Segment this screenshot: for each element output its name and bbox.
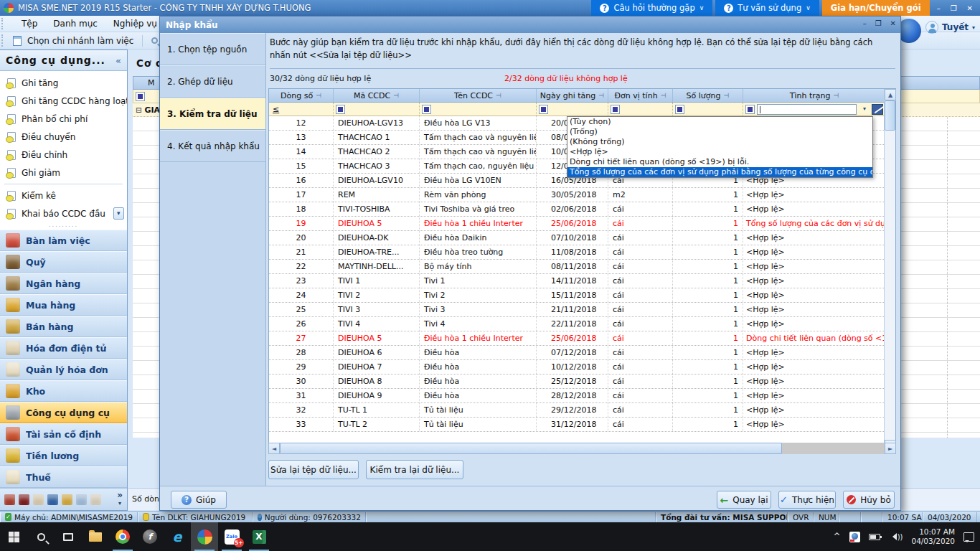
scrollbar-thumb[interactable] <box>885 100 895 131</box>
splitter-handle[interactable]: ......... <box>0 222 127 228</box>
taskbar-search-button[interactable] <box>27 522 55 551</box>
pin-icon[interactable]: ⊣ <box>833 92 839 99</box>
wizard-step[interactable]: 2. Ghép dữ liệu <box>160 65 265 98</box>
sidebar-action-item[interactable]: Ghi tăng <box>0 74 127 92</box>
module-button[interactable]: Bán hàng <box>0 316 127 337</box>
menu-tep[interactable]: Tệp <box>22 19 37 29</box>
internet-explorer-button[interactable]: e <box>164 522 191 551</box>
restore-button[interactable]: ❐ <box>951 4 957 12</box>
module-button[interactable]: Kho <box>0 380 127 402</box>
filter-checkbox-icon[interactable] <box>422 105 431 114</box>
filter-checkbox-icon[interactable] <box>675 105 684 114</box>
pin-icon[interactable]: ⊣ <box>661 92 666 99</box>
pin-icon[interactable]: ⊣ <box>598 92 604 99</box>
column-header-name[interactable]: Tên CCDC⊣ <box>420 89 537 102</box>
table-row[interactable]: 23 TIVI 1 Tivi 1 14/11/2018 cái 1 <Hợp l… <box>269 274 895 288</box>
module-button[interactable]: Ngân hàng <box>0 273 127 294</box>
scroll-up-button[interactable]: ▲ <box>885 89 896 100</box>
filter-cell-name[interactable] <box>420 103 537 116</box>
more-modules-button[interactable]: »▾ <box>117 491 123 507</box>
table-row[interactable]: 21 DIEUHOA-TRE... Điều hòa treo tường 11… <box>269 245 895 260</box>
filter-funnel-icon[interactable] <box>872 104 883 115</box>
module-button[interactable]: Hóa đơn điện tử <box>0 337 127 359</box>
battery-icon[interactable] <box>869 534 880 540</box>
module-button[interactable]: Công cụ dụng cụ <box>0 402 127 423</box>
table-row[interactable]: 31 DIEUHOA 9 Điều hòa 28/12/2018 cái 1 <… <box>269 389 895 403</box>
filter-cell-status[interactable]: ▾ <box>743 103 885 116</box>
column-header-line-number[interactable]: Dòng số⊣ <box>269 89 334 102</box>
module-button[interactable]: Tài sản cố định <box>0 423 127 445</box>
collapse-icon[interactable]: ⊟ <box>136 106 141 114</box>
mini-module-icon[interactable] <box>4 494 15 505</box>
minimize-button[interactable]: – <box>937 4 941 12</box>
module-button[interactable]: Thuế <box>0 466 127 488</box>
user-menu[interactable]: Tuyết ▾ <box>925 19 975 35</box>
sidebar-action-item[interactable]: Điều chuyển <box>0 128 127 146</box>
column-header-unit[interactable]: Đơn vị tính⊣ <box>608 89 673 102</box>
dialog-title-bar[interactable]: Nhập khẩu <box>160 17 900 33</box>
column-header-quantity[interactable]: Số lượng⊣ <box>673 89 743 102</box>
excel-button[interactable]: X <box>245 522 273 551</box>
horizontal-scrollbar[interactable]: ◄ ► <box>268 443 896 454</box>
menu-danh-muc[interactable]: Danh mục <box>53 19 98 29</box>
column-header-date[interactable]: Ngày ghi tăng⊣ <box>537 89 608 102</box>
flash-button[interactable]: f <box>136 522 164 551</box>
dropdown-button[interactable]: ▾ <box>113 207 124 220</box>
chrome-button[interactable] <box>109 522 136 551</box>
advice-link[interactable]: ? Tư vấn sử dụng ∨ <box>715 0 819 16</box>
dialog-minimize-button[interactable]: – <box>863 19 867 27</box>
filter-cell-date[interactable] <box>537 103 608 116</box>
scroll-right-button[interactable]: ► <box>885 443 896 454</box>
wizard-step[interactable]: 3. Kiểm tra dữ liệu <box>160 98 265 130</box>
table-row[interactable]: 18 TIVI-TOSHIBA Tivi Toshiba và giá treo… <box>269 202 895 217</box>
table-row[interactable]: 20 DIEUHOA-DK Điều hòa Daikin 07/10/2018… <box>269 231 895 245</box>
pin-icon[interactable]: ⊣ <box>316 92 321 99</box>
table-row[interactable]: 17 REM Rèm văn phòng 30/05/2018 m2 1 <Hợ… <box>269 188 895 202</box>
sidebar-action-item[interactable]: Phân bổ chi phí <box>0 110 127 128</box>
sidebar-action-item[interactable]: Điều chỉnh <box>0 146 127 164</box>
module-button[interactable]: Mua hàng <box>0 294 127 316</box>
filter-cell-line-number[interactable]: ≤ <box>269 103 334 116</box>
tray-expand-icon[interactable]: ^ <box>834 532 841 542</box>
dropdown-item[interactable]: Tổng số lượng của các đơn vị sử dụng phả… <box>567 167 872 177</box>
dropdown-item[interactable]: (Tùy chọn) <box>567 117 872 127</box>
dialog-close-button[interactable]: ✕ <box>890 19 896 27</box>
back-button[interactable]: ← Quay lại <box>717 491 771 509</box>
table-row[interactable]: 32 TU-TL 1 Tủ tài liệu 29/12/2018 cái 1 … <box>269 403 895 418</box>
cancel-button[interactable]: Hủy bỏ <box>843 491 895 509</box>
action-center-icon[interactable] <box>963 532 974 542</box>
menu-nghiep-vu[interactable]: Nghiệp vụ <box>113 19 157 29</box>
table-row[interactable]: 22 MAYTINH-DELL... Bộ máy tính 08/11/201… <box>269 260 895 274</box>
mini-module-icon[interactable] <box>47 494 58 505</box>
filter-cell-unit[interactable] <box>608 103 673 116</box>
module-button[interactable]: Quản lý hóa đơn <box>0 359 127 380</box>
module-button[interactable]: Quỹ <box>0 251 127 273</box>
sidebar-action-item[interactable]: Khai báo CCDC đầu kỳ ▾ <box>0 204 127 222</box>
column-header-status[interactable]: Tình trạng⊣ <box>743 89 885 102</box>
collapse-sidebar-button[interactable]: « <box>116 55 121 66</box>
table-row[interactable]: 30 DIEUHOA 8 Điều hòa 25/12/2018 cái 1 <… <box>269 375 895 389</box>
sidebar-action-item[interactable]: Kiểm kê ▾ <box>0 187 127 204</box>
recheck-data-button[interactable]: Kiểm tra lại dữ liệu... <box>366 460 463 479</box>
table-row[interactable]: 24 TIVI 2 Tivi 2 15/11/2018 cái 1 <Hợp l… <box>269 288 895 303</box>
dropdown-arrow-icon[interactable]: ▾ <box>859 104 870 115</box>
table-row[interactable]: 26 TIVI 4 Tivi 4 22/11/2018 cái 1 <Hợp l… <box>269 317 895 331</box>
mini-module-icon[interactable] <box>62 494 72 505</box>
mini-module-icon[interactable] <box>19 494 29 505</box>
wizard-step[interactable]: 1. Chọn tệp nguồn <box>160 33 265 65</box>
vertical-scrollbar[interactable]: ▲ ▼ <box>884 89 895 451</box>
filter-checkbox-icon[interactable] <box>745 105 755 114</box>
close-button[interactable]: ✕ <box>967 4 973 12</box>
module-button[interactable]: Bàn làm việc <box>0 230 127 251</box>
mini-module-icon[interactable] <box>76 494 87 505</box>
task-view-button[interactable] <box>55 522 82 551</box>
dropdown-item[interactable]: (Không trống) <box>567 137 872 147</box>
table-row[interactable]: 33 TU-TL 2 Tủ tài liệu 31/12/2018 cái 1 … <box>269 418 895 432</box>
status-filter-input[interactable] <box>757 104 857 115</box>
faq-link[interactable]: ? Câu hỏi thường gặp ∨ <box>591 0 712 16</box>
speaker-icon[interactable]: )) <box>889 533 903 541</box>
fix-file-button[interactable]: Sửa lại tệp dữ liệu... <box>268 460 359 479</box>
filter-cell-quantity[interactable] <box>673 103 743 116</box>
help-button[interactable]: ? Giúp <box>171 491 227 509</box>
sidebar-action-item[interactable]: Ghi giảm <box>0 164 127 182</box>
